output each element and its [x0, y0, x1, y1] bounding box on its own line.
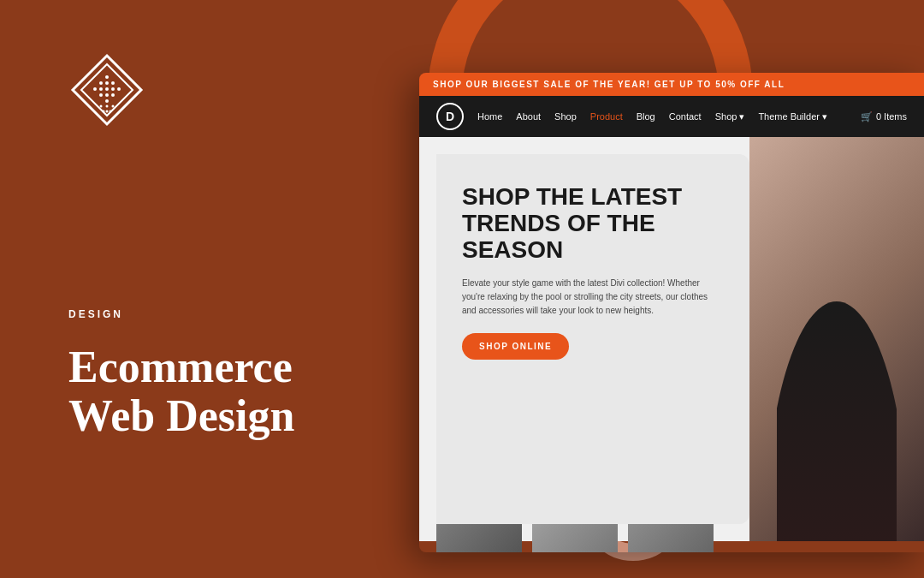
nav-bar: D Home About Shop Product Blog Contact S…: [419, 96, 924, 137]
browser-mockup: SHOP OUR BIGGEST SALE OF THE YEAR! GET U…: [419, 73, 924, 552]
svg-point-16: [103, 110, 105, 113]
nav-links: Home About Shop Product Blog Contact Sho…: [477, 111, 857, 122]
svg-point-5: [99, 87, 103, 91]
nav-link-about[interactable]: About: [516, 111, 541, 122]
svg-point-4: [93, 87, 97, 91]
hero-title-line2: TRENDS OF THE: [462, 211, 724, 237]
svg-point-13: [100, 105, 103, 108]
svg-point-10: [105, 93, 109, 97]
category-label: DESIGN: [68, 308, 123, 320]
shop-online-button[interactable]: SHOP ONLINE: [462, 333, 569, 360]
svg-point-14: [106, 105, 109, 108]
svg-point-0: [105, 75, 109, 79]
svg-point-18: [110, 110, 112, 113]
svg-point-9: [99, 93, 103, 97]
svg-point-15: [112, 105, 115, 108]
announcement-bar: SHOP OUR BIGGEST SALE OF THE YEAR! GET U…: [419, 73, 924, 96]
hero-title-line1: SHOP THE LATEST: [462, 184, 724, 211]
hero-title-line3: SEASON: [462, 237, 724, 264]
nav-logo-letter: D: [446, 110, 454, 123]
svg-point-6: [105, 87, 109, 91]
hero-title: SHOP THE LATEST TRENDS OF THE SEASON: [462, 184, 724, 263]
nav-link-blog[interactable]: Blog: [637, 111, 655, 122]
svg-point-8: [117, 87, 121, 91]
nav-link-shop[interactable]: Shop: [554, 111, 577, 122]
svg-point-1: [99, 81, 103, 85]
nav-link-contact[interactable]: Contact: [669, 111, 702, 122]
svg-point-12: [105, 99, 109, 103]
svg-point-7: [111, 87, 115, 91]
svg-point-11: [111, 93, 115, 97]
announcement-text: SHOP OUR BIGGEST SALE OF THE YEAR! GET U…: [433, 80, 785, 89]
hero-content: SHOP THE LATEST TRENDS OF THE SEASON Ele…: [436, 154, 749, 524]
nav-logo: D: [436, 103, 464, 130]
main-heading: Ecommerce Web Design: [68, 343, 294, 440]
nav-cart[interactable]: 🛒 0 Items: [861, 111, 907, 122]
svg-point-3: [111, 81, 115, 85]
nav-link-home[interactable]: Home: [477, 111, 502, 122]
diamond-logo-icon: [68, 51, 145, 128]
nav-link-theme-builder[interactable]: Theme Builder ▾: [758, 111, 827, 122]
heading-line1: Ecommerce: [68, 343, 294, 391]
svg-point-2: [105, 81, 109, 85]
hero-section: SHOP THE LATEST TRENDS OF THE SEASON Ele…: [419, 137, 924, 541]
heading-line2: Web Design: [68, 391, 294, 440]
cart-label: 0 Items: [876, 111, 907, 122]
brand-logo: [68, 51, 145, 132]
cart-icon: 🛒: [861, 111, 873, 122]
hero-image: [749, 137, 924, 541]
hero-description: Elevate your style game with the latest …: [462, 277, 724, 318]
nav-link-product[interactable]: Product: [590, 111, 623, 122]
svg-point-17: [106, 110, 109, 113]
nav-link-shop-dropdown[interactable]: Shop ▾: [715, 111, 745, 122]
